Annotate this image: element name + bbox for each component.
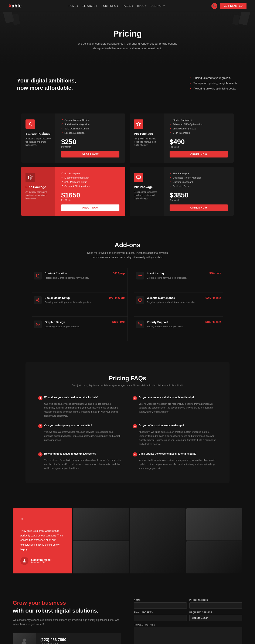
- svg-point-9: [140, 275, 141, 276]
- pro-feature-2: ✓Advanced SEO Optimization: [170, 123, 228, 126]
- elite-features: ✓Pro Package + ✓E-commerce Integration ✓…: [61, 172, 120, 188]
- form-group-phone: PHONE NUMBER: [189, 599, 242, 609]
- pro-subtitle: For growing companies looking to improve…: [134, 137, 160, 147]
- faq-question-4: Do you offer custom website design?: [139, 424, 184, 427]
- pro-title: Pro Package: [134, 132, 153, 136]
- startup-title: Startup Package: [26, 132, 50, 136]
- elite-per: Per Month: [61, 199, 120, 202]
- form-row-1: NAME PHONE NUMBER: [134, 599, 242, 609]
- faq-item-6: 6 Can I update the website myself after …: [133, 452, 217, 470]
- pro-order-button[interactable]: ORDER NOW: [170, 151, 228, 158]
- form-group-email: EMAIL ADDRESS: [134, 611, 187, 621]
- card-vip: VIP Package Designed for businesses need…: [130, 167, 234, 216]
- svg-line-7: [37, 299, 38, 300]
- svg-point-0: [29, 123, 31, 124]
- addon-priority-support: Priority Support $180 / month Priority a…: [134, 317, 223, 341]
- faq-grid: 1 What does your web design service incl…: [38, 396, 217, 470]
- local-listing-desc: Create a listing for your local business…: [147, 276, 221, 280]
- graphic-design-desc: Custom graphics for your website.: [44, 324, 126, 328]
- svg-point-4: [36, 300, 38, 300]
- graphic-design-icon: [34, 320, 42, 328]
- faq-num-6: 6: [133, 452, 137, 456]
- local-listing-icon: [136, 272, 144, 280]
- vip-features: ✓Elite Package + ✓Dedicated Project Mana…: [170, 172, 228, 188]
- nav-logo[interactable]: X able: [8, 3, 22, 9]
- addons-left-col: Content Creation $80 / page Professional…: [32, 268, 128, 341]
- phone-icon[interactable]: 📞: [212, 3, 218, 9]
- pro-feature-3: ✓Email Marketing Setup: [170, 127, 228, 130]
- addons-section: Add-ons Need more tweaks to perfect your…: [0, 229, 255, 354]
- addon-website-maintenance: Website Maintenance $250 / month Regular…: [134, 292, 223, 317]
- author-title: Founder & CEO: [31, 561, 52, 564]
- nav-portfolio[interactable]: PORTFOLIO ▾: [102, 4, 118, 8]
- startup-feature-4: ✓Responsive Design: [61, 131, 120, 134]
- expert-phone: (123) 456 7890: [40, 638, 66, 642]
- startup-order-button[interactable]: ORDER NOW: [61, 151, 120, 158]
- get-started-button[interactable]: GET STARTED: [220, 3, 246, 9]
- project-textarea[interactable]: [134, 627, 242, 644]
- nav-contact[interactable]: CONTACT ▾: [151, 4, 165, 8]
- elite-feature-4: ✓Custom API Integrations: [61, 185, 120, 188]
- social-media-price: $90 / platform: [109, 296, 126, 300]
- nav-services[interactable]: SERVICES ▾: [82, 4, 97, 8]
- contact-section: Grow your business with our robust digit…: [0, 586, 255, 644]
- photo-5: [186, 541, 242, 574]
- phone-input[interactable]: [189, 602, 242, 609]
- svg-point-3: [38, 298, 39, 300]
- contact-form: NAME PHONE NUMBER EMAIL ADDRESS REQUIRED…: [134, 599, 242, 644]
- svg-point-11: [24, 560, 25, 561]
- card-elite-left: Elite Package An industry-dominating sol…: [21, 167, 55, 216]
- faq-question-3: Can you redesign my existing website?: [44, 424, 92, 427]
- vip-feature-3: ✓Custom Dashboard: [170, 180, 228, 183]
- faq-item-4: 4 Do you offer custom website design? Ab…: [133, 424, 217, 446]
- faq-item-2: 2 Do you ensure my website is mobile-fri…: [133, 396, 217, 418]
- faq-question-2: Do you ensure my website is mobile-frien…: [139, 396, 194, 399]
- pro-icon: [134, 120, 143, 129]
- photo-2: [130, 508, 186, 574]
- name-input[interactable]: [134, 602, 187, 609]
- pro-per: Per Month: [170, 146, 228, 148]
- social-media-desc: Creating and setting up social media pro…: [44, 300, 126, 304]
- nav-blog[interactable]: BLOG ▾: [137, 4, 146, 8]
- value-prop-list: ✓Pricing tailored to your growth. ✓Trans…: [189, 76, 238, 92]
- name-label: NAME: [134, 599, 187, 601]
- addons-title: Add-ons: [17, 242, 238, 249]
- service-select[interactable]: Website Design SEO Services Social Media…: [189, 615, 242, 621]
- card-startup-left: Startup Package Affordable digital prese…: [21, 114, 55, 162]
- svg-rect-2: [137, 176, 140, 178]
- logo-text: able: [12, 3, 22, 9]
- card-startup: Startup Package Affordable digital prese…: [21, 114, 126, 162]
- testimonial-photos: [73, 508, 242, 574]
- testimonial-text: They gave us a great website that perfec…: [20, 529, 64, 552]
- local-listing-title: Local Listing: [147, 272, 164, 275]
- elite-order-button[interactable]: ORDER NOW: [61, 204, 120, 211]
- nav-home[interactable]: HOME ▾: [69, 4, 78, 8]
- svg-marker-1: [137, 122, 140, 126]
- hero-title: Pricing: [8, 29, 246, 38]
- form-group-name: NAME: [134, 599, 187, 609]
- vip-icon: [134, 173, 143, 182]
- card-pro: Pro Package For growing companies lookin…: [130, 114, 234, 162]
- navigation: X able HOME ▾ SERVICES ▾ PORTFOLIO ▾ PAG…: [0, 0, 255, 12]
- faq-subtitle: Cras justo odio, dapibus ac facilisis in…: [38, 384, 217, 388]
- author-name: Samantha Milner: [31, 558, 52, 561]
- project-label: PROJECT DETAILS: [134, 624, 242, 626]
- addon-content-creation: Content Creation $80 / page Professional…: [32, 268, 128, 292]
- startup-feature-1: ✓Custom Website Design: [61, 118, 120, 121]
- email-input[interactable]: [134, 615, 187, 621]
- vip-order-button[interactable]: ORDER NOW: [170, 204, 228, 211]
- elite-title: Elite Package: [26, 185, 46, 189]
- priority-support-desc: Priority access to our support team.: [147, 324, 221, 328]
- addon-graphic-design: Graphic Design $120 / item Custom graphi…: [32, 317, 128, 341]
- startup-feature-3: ✓SEO Optimized Content: [61, 127, 120, 130]
- card-vip-right: ✓Elite Package + ✓Dedicated Project Mana…: [164, 167, 234, 216]
- contact-desc: We consistently exceed our clients' expe…: [13, 618, 121, 626]
- phone-label: PHONE NUMBER: [189, 599, 242, 601]
- card-pro-left: Pro Package For growing companies lookin…: [130, 114, 164, 162]
- faq-answer-5: The timeframe for website design varies …: [38, 458, 122, 470]
- startup-per: Per Month: [61, 146, 120, 148]
- vip-price: $3850: [170, 191, 228, 199]
- content-creation-price: $80 / page: [113, 272, 126, 275]
- nav-pages[interactable]: PAGES ▾: [122, 4, 133, 8]
- service-label: REQUIRED SERVICE: [189, 611, 242, 614]
